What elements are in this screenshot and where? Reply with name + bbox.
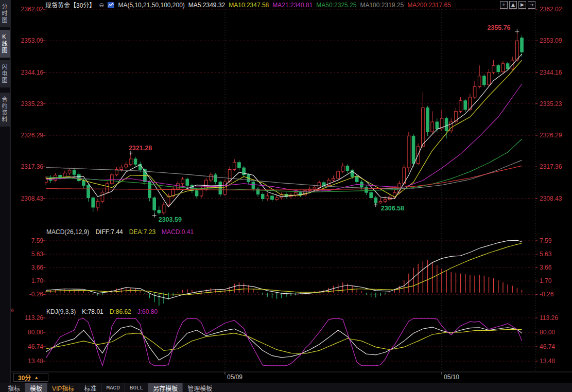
price-axis-label-right-0: 2362.02 [540,6,562,13]
ma100-value: MA100:2319.25 [360,2,404,9]
macd-axis-label-right-4: -0.26 [540,291,553,298]
price-axis-label-left-2: 2344.16 [10,69,43,76]
macd-dea-value: DEA:7.23 [129,228,155,236]
trading-terminal: 分时图 K线图 闪电图 合约资料 2362.022362.022353.0923… [0,0,572,392]
price-axis-label-right-2: 2344.16 [540,69,562,76]
macd-axis-label-left-1: 5.63 [10,251,43,258]
kdj-j-value: J:60.80 [137,308,158,315]
kdj-params-label: KDJ(9,3,3) [46,308,76,315]
ma10-value: MA10:2347.58 [229,2,269,9]
main-chart-header: 现货黄金【30分】 ⊖ MA(5,10,21,50,100,200) MA5:2… [45,1,451,9]
tab-indicator[interactable]: 指标 [3,383,25,392]
ma50-value: MA50:2325.25 [316,2,356,9]
macd-axis-label-right-1: 5.63 [540,251,551,258]
macd-diff-value: DIFF:7.44 [95,228,123,236]
kdj-axis-label-right-2: 46.74 [540,343,555,350]
tab-manage-template[interactable]: 管理模板 [183,383,217,392]
zoom-out-icon[interactable]: ▶ [518,1,526,9]
sidebar-item-time-chart[interactable]: 分时图 [0,0,10,27]
ma-params-label: MA(5,10,21,50,100,200) [118,2,184,9]
kdj-d-value: D:86.62 [110,308,131,315]
price-axis-label-right-1: 2353.09 [540,37,562,44]
symbol-title: 现货黄金【30分】 [45,1,95,9]
sidebar-item-lightning-chart[interactable]: 闪电图 [0,60,10,87]
macd-axis-label-left-0: 7.59 [10,237,43,244]
x-axis-label-1: 05/10 [444,373,459,381]
price-annotation-2303.59: 2303.59 [159,216,182,223]
chart-canvas[interactable] [0,0,572,392]
chart-type-icon[interactable] [108,2,114,8]
price-axis-label-left-4: 2326.29 [10,132,43,139]
kdj-axis-label-left-1: 80.00 [10,329,43,336]
tab-vip-indicator[interactable]: VIP指标 [47,383,79,392]
price-axis-label-right-6: 2308.43 [540,195,562,202]
shift-right-icon[interactable]: → [528,1,535,9]
price-annotation-2321.28: 2321.28 [129,145,152,152]
x-axis-label-0: 05/09 [227,373,242,381]
macd-axis-label-right-2: 3.66 [540,264,551,271]
tab-save-as-template[interactable]: 另存模板 [148,383,183,392]
kdj-axis-label-left-2: 46.74 [10,343,43,350]
ma200-value: MA200:2317.65 [407,2,451,9]
tab-boll[interactable]: BOLL [125,383,148,392]
price-axis-label-right-4: 2326.29 [540,132,562,139]
macd-axis-label-right-3: 1.70 [540,277,551,284]
ma5-value: MA5:2349.32 [188,2,225,9]
price-axis-label-left-3: 2335.23 [10,100,43,108]
macd-params-label: MACD(26,12,9) [46,228,89,236]
sidebar: 分时图 K线图 闪电图 合约资料 [0,0,11,392]
macd-axis-label-right-0: 7.59 [540,237,551,244]
macd-axis-label-left-2: 3.66 [10,264,43,271]
footer-tabbar: 指标 模板 VIP指标 标准 MACD BOLL 另存模板 管理模板 [0,383,572,392]
kdj-header: KDJ(9,3,3) K:78.01 D:86.62 J:60.80 [46,308,158,315]
price-axis-label-left-1: 2353.09 [10,37,43,44]
interval-arrow-icon: ▲ [34,375,39,380]
kdj-axis-label-right-0: 113.26 [540,314,558,322]
kdj-k-value: K:78.01 [82,308,103,315]
macd-axis-label-left-4: -0.26 [10,291,43,298]
interval-label: 30分 [18,373,31,382]
price-axis-label-left-6: 2308.43 [10,195,43,202]
macd-axis-label-left-3: 1.70 [10,277,43,284]
collapse-icon[interactable]: ⊖ [99,2,104,9]
tab-standard[interactable]: 标准 [79,383,101,392]
macd-macd-value: MACD:0.41 [162,228,194,236]
price-annotation-2306.58: 2306.58 [381,205,404,212]
tab-macd[interactable]: MACD [101,383,125,392]
kdj-axis-label-left-0: 113.26 [10,314,43,322]
price-axis-label-right-3: 2335.23 [540,100,562,108]
price-annotation-2355.76: 2355.76 [487,24,510,31]
price-axis-label-left-0: 2362.02 [10,6,43,13]
kdj-axis-label-right-3: 13.48 [540,358,555,365]
sidebar-item-kline-chart[interactable]: K线图 [0,30,10,58]
sidebar-item-contract-info[interactable]: 合约资料 [0,93,10,127]
interval-selector[interactable]: 30分 ▲ [13,373,48,382]
macd-header: MACD(26,12,9) DIFF:7.44 DEA:7.23 MACD:0.… [46,228,194,236]
crosshair-icon[interactable]: + [500,1,508,9]
tab-template[interactable]: 模板 [25,383,47,392]
chart-toolbar: + ▲ ▶ → [500,1,535,9]
price-axis-label-left-5: 2317.36 [10,163,43,170]
kdj-axis-label-right-1: 80.00 [540,329,555,336]
zoom-in-icon[interactable]: ▲ [509,1,517,9]
ma21-value: MA21:2340.81 [272,2,313,9]
price-axis-label-right-5: 2317.36 [540,163,562,170]
kdj-axis-label-left-3: 13.48 [10,358,43,365]
